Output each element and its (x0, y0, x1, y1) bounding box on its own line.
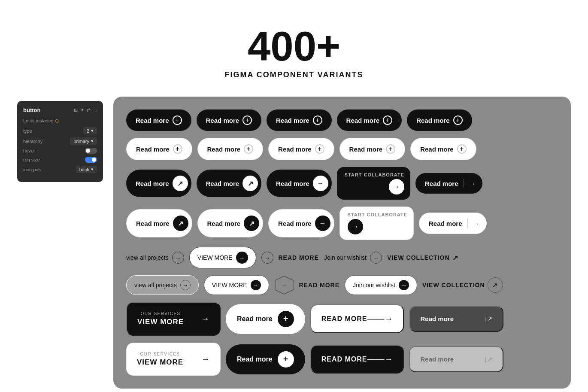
arrow-right-icon: → (469, 180, 476, 187)
read-more-white-4[interactable]: Read more + (339, 138, 406, 160)
btn-label: Read more (278, 220, 312, 227)
link-circle-icon: → (172, 252, 184, 264)
view-more-outlined[interactable]: VIEW MORE → (204, 275, 269, 295)
figma-panel: button ⊞ ✦ ⇄ ··· Local instance ◇ type 2… (17, 101, 103, 182)
read-more-white-2[interactable]: Read more + (197, 138, 264, 160)
view-collection-link-2[interactable]: VIEW COLLECTION ↗ (422, 277, 503, 293)
read-more-upper-link[interactable]: READ MORE (279, 254, 319, 261)
type-label: type (23, 128, 32, 134)
arrow-icon-w2: ↗ (244, 216, 259, 231)
read-more-divider-white[interactable]: Read more → (419, 213, 487, 234)
view-collection-link[interactable]: VIEW COLLECTION ↗ (387, 254, 458, 262)
pill-label: Read more (237, 315, 273, 323)
pill-label-black: Read more (237, 356, 273, 363)
plus-icon-w2: + (244, 144, 253, 154)
iconpos-value[interactable]: back ▾ (76, 166, 97, 173)
wishlist-arrow-icon: → (370, 252, 382, 264)
read-more-btn-5[interactable]: Read more + (407, 109, 472, 131)
divider-1 (464, 179, 464, 188)
card-btn-services-white[interactable]: OUR SERVICES VIEW MORE → (126, 343, 221, 376)
read-more-arrow-1[interactable]: Read more ↗ (126, 170, 191, 197)
read-more-white-3[interactable]: Read more + (268, 138, 334, 160)
plus-icon-4: + (383, 115, 392, 125)
panel-title-row: button ⊞ ✦ ⇄ ··· (23, 107, 97, 113)
read-more-btn-1[interactable]: Read more + (126, 109, 191, 131)
pill-plus-icon: + (278, 311, 294, 327)
btn-label: Read more (349, 146, 383, 153)
collab-top-label: Start collaborate (345, 172, 404, 177)
read-more-arrow-3[interactable]: Read more → (267, 170, 332, 197)
join-wishlist-outlined[interactable]: Join our wishlist → (345, 275, 417, 295)
card-arrow-dark: | ↗ (485, 316, 492, 322)
btn-label: Read more (429, 220, 462, 227)
read-more-pill-btn[interactable]: Read more + (226, 304, 305, 334)
type-value[interactable]: 2 ▾ (83, 127, 97, 134)
local-instance-label: Local instance (23, 118, 53, 123)
hierarchy-text: primary (73, 139, 89, 144)
read-more-pill-btn-black[interactable]: Read more + (226, 344, 305, 374)
read-more-btn-2[interactable]: Read more + (197, 109, 262, 131)
regsize-toggle[interactable] (85, 157, 97, 163)
read-more-card-white[interactable]: READ MORE ——→ (310, 304, 404, 333)
card-btn-services-black[interactable]: OUR SERVICES VIEW MORE → (126, 302, 221, 336)
header: 400+ FIGMA COMPONENT VARIANTS (0, 0, 588, 97)
btn-label: Read more (420, 146, 454, 153)
card-arrow-black: → (201, 314, 209, 324)
read-more-card-light[interactable]: Read more | ↗ (409, 346, 503, 372)
read-more-white-arrow-2[interactable]: Read more ↗ (197, 209, 264, 237)
card-services-label: OUR SERVICES (137, 311, 184, 316)
card-services-label-w: OUR SERVICES (137, 352, 183, 356)
plus-icon-w3: + (315, 144, 324, 154)
card-view-more-label: VIEW MORE (137, 318, 184, 326)
read-more-card-black[interactable]: READ MORE ——→ (310, 345, 404, 374)
hover-label: hover (23, 148, 35, 153)
card-arrow-light: | ↗ (485, 356, 492, 362)
read-more-upper-label-black: READ MORE (321, 356, 367, 363)
read-more-upper-link-2[interactable]: READ MORE (299, 282, 340, 289)
read-more-label-light: Read more (420, 356, 454, 363)
link-label: READ MORE (299, 282, 340, 289)
collection-circle-icon: ↗ (488, 277, 503, 293)
diamond-icon: ◇ (55, 118, 59, 124)
arrow-icon-2: ↗ (242, 176, 258, 191)
iconpos-label: icon pos (23, 167, 41, 172)
hover-toggle[interactable] (85, 148, 97, 154)
collab-bottom-w: → (348, 219, 363, 234)
read-more-card-dark[interactable]: Read more | ↗ (409, 306, 503, 332)
arrow-icon-w1: ↗ (173, 216, 188, 231)
panel-row-iconpos: icon pos back ▾ (23, 166, 97, 173)
btn-row-1: Read more + Read more + Read more + Read… (126, 109, 558, 131)
start-collab-btn-black[interactable]: Start collaborate → (337, 167, 410, 200)
read-more-btn-4[interactable]: Read more + (337, 109, 402, 131)
card-btn-text-w: OUR SERVICES VIEW MORE (137, 352, 183, 367)
plus-icon-w4: + (386, 144, 395, 154)
view-more-outlined-link[interactable]: VIEW MORE → (189, 247, 256, 268)
showcase: Read more + Read more + Read more + Read… (113, 97, 571, 389)
read-more-arrow-2[interactable]: Read more ↗ (197, 170, 262, 197)
read-more-upper-label: READ MORE (321, 315, 367, 323)
panel-row-hover: hover (23, 148, 97, 154)
read-more-btn-3[interactable]: Read more + (267, 109, 332, 131)
hierarchy-value[interactable]: primary ▾ (70, 137, 97, 145)
read-more-white-arrow-1[interactable]: Read more ↗ (126, 209, 192, 237)
link-label: Join our wishlist (353, 282, 395, 289)
collab-top-label-w: Start collaborate (348, 212, 407, 217)
pill-plus-icon-black: + (278, 351, 294, 368)
card-arrow-long-black: ——→ (367, 354, 393, 364)
read-more-white-1[interactable]: Read more + (126, 138, 192, 160)
start-collab-btn-white[interactable]: Start collaborate → (339, 207, 414, 240)
chevron-icon-h: ▾ (91, 138, 94, 144)
view-all-projects-outlined[interactable]: view all projects → (126, 275, 199, 295)
panel-icons: ⊞ ✦ ⇄ ··· (74, 107, 97, 113)
read-more-white-5[interactable]: Read more + (410, 138, 476, 160)
iconpos-text: back (79, 167, 89, 172)
type-text: 2 (87, 128, 89, 134)
plus-icon-1: + (173, 115, 182, 125)
view-all-projects-link[interactable]: view all projects → (126, 252, 184, 264)
grid-icon: ⊞ (74, 107, 78, 113)
read-more-divider-1[interactable]: Read more → (415, 173, 482, 194)
read-more-white-arrow-3[interactable]: Read more → (268, 209, 334, 237)
read-more-text-link-1[interactable]: → (261, 252, 273, 264)
card-arrow-long: ——→ (367, 314, 393, 324)
join-wishlist-link[interactable]: Join our wishlist → (324, 252, 382, 264)
